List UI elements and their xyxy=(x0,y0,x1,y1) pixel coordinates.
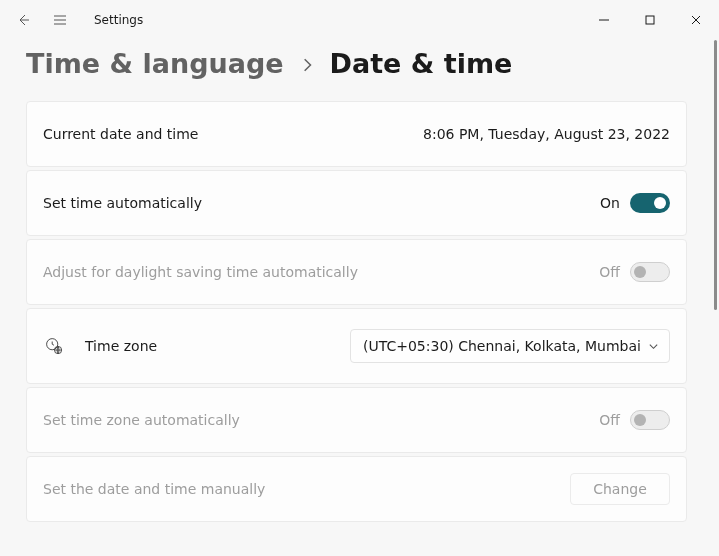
row-set-time-automatically: Set time automatically On xyxy=(26,170,687,236)
row-label: Time zone xyxy=(85,338,157,354)
scrollbar[interactable] xyxy=(713,40,717,556)
row-label: Current date and time xyxy=(43,126,198,142)
toggle-set-time-automatically[interactable] xyxy=(630,193,670,213)
row-label: Set time zone automatically xyxy=(43,412,240,428)
toggle-state-label: Off xyxy=(599,264,620,280)
titlebar: Settings xyxy=(0,0,719,40)
toggle-set-timezone-automatically xyxy=(630,410,670,430)
row-set-manually: Set the date and time manually Change xyxy=(26,456,687,522)
toggle-adjust-dst xyxy=(630,262,670,282)
breadcrumb-parent[interactable]: Time & language xyxy=(26,48,284,79)
change-button: Change xyxy=(570,473,670,505)
globe-clock-icon xyxy=(43,335,65,357)
row-time-zone: Time zone (UTC+05:30) Chennai, Kolkata, … xyxy=(26,308,687,384)
window-title: Settings xyxy=(94,13,143,27)
window-controls xyxy=(581,4,719,36)
row-label: Set the date and time manually xyxy=(43,481,265,497)
timezone-select[interactable]: (UTC+05:30) Chennai, Kolkata, Mumbai, Ne… xyxy=(350,329,670,363)
toggle-state-label: On xyxy=(600,195,620,211)
maximize-button[interactable] xyxy=(627,4,673,36)
row-label: Set time automatically xyxy=(43,195,202,211)
close-button[interactable] xyxy=(673,4,719,36)
scrollbar-thumb[interactable] xyxy=(714,40,717,310)
chevron-down-icon xyxy=(648,341,659,352)
timezone-selected-value: (UTC+05:30) Chennai, Kolkata, Mumbai, Ne… xyxy=(363,338,640,354)
row-label: Adjust for daylight saving time automati… xyxy=(43,264,358,280)
nav-menu-button[interactable] xyxy=(42,2,78,38)
row-current-datetime: Current date and time 8:06 PM, Tuesday, … xyxy=(26,101,687,167)
breadcrumb: Time & language Date & time xyxy=(26,40,687,101)
row-set-timezone-automatically: Set time zone automatically Off xyxy=(26,387,687,453)
settings-page: Time & language Date & time Current date… xyxy=(0,40,713,556)
svg-rect-0 xyxy=(646,16,654,24)
toggle-state-label: Off xyxy=(599,412,620,428)
back-button[interactable] xyxy=(6,2,42,38)
row-adjust-dst: Adjust for daylight saving time automati… xyxy=(26,239,687,305)
chevron-right-icon xyxy=(300,53,314,77)
current-datetime-value: 8:06 PM, Tuesday, August 23, 2022 xyxy=(423,126,670,142)
breadcrumb-current: Date & time xyxy=(330,48,513,79)
minimize-button[interactable] xyxy=(581,4,627,36)
